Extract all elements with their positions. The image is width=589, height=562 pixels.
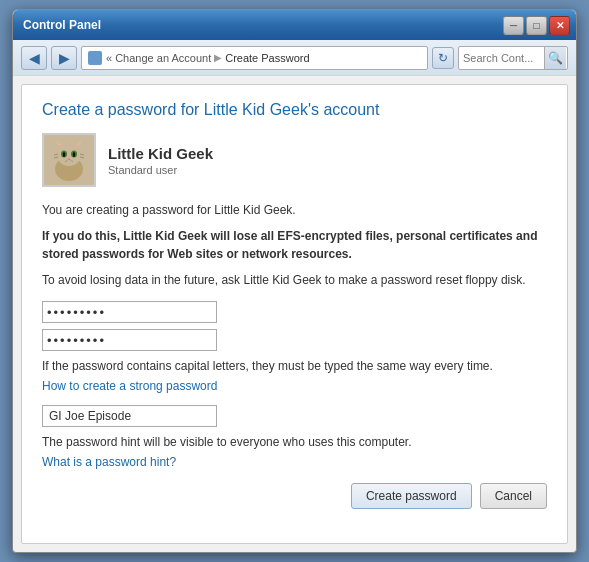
- user-name: Little Kid Geek: [108, 145, 213, 162]
- cancel-button[interactable]: Cancel: [480, 483, 547, 509]
- how-to-link[interactable]: How to create a strong password: [42, 379, 547, 393]
- warning-text: If you do this, Little Kid Geek will los…: [42, 227, 547, 263]
- search-box: 🔍: [458, 46, 568, 70]
- breadcrumb-icon: [88, 51, 102, 65]
- user-role: Standard user: [108, 164, 213, 176]
- user-info: Little Kid Geek Standard user: [42, 133, 547, 187]
- password-hint-input[interactable]: [42, 405, 217, 427]
- close-button[interactable]: ✕: [549, 16, 570, 35]
- svg-point-2: [57, 144, 81, 166]
- main-window: Control Panel ─ □ ✕ ◀ ▶ « Change an Acco…: [12, 9, 577, 553]
- svg-point-10: [73, 152, 75, 157]
- page-title: Create a password for Little Kid Geek's …: [42, 101, 547, 119]
- title-bar-controls: ─ □ ✕: [503, 16, 570, 35]
- breadcrumb-prefix: « Change an Account: [106, 52, 211, 64]
- info-text: You are creating a password for Little K…: [42, 201, 547, 219]
- window-title: Control Panel: [23, 18, 101, 32]
- breadcrumb-current: Create Password: [225, 52, 309, 64]
- advice-text: To avoid losing data in the future, ask …: [42, 271, 547, 289]
- breadcrumb-bar[interactable]: « Change an Account ▶ Create Password: [81, 46, 428, 70]
- breadcrumb-separator: ▶: [214, 52, 222, 63]
- what-is-hint-link[interactable]: What is a password hint?: [42, 455, 547, 469]
- buttons-row: Create password Cancel: [42, 483, 547, 509]
- user-details: Little Kid Geek Standard user: [108, 145, 213, 176]
- search-input[interactable]: [459, 52, 544, 64]
- new-password-input[interactable]: [42, 301, 217, 323]
- back-button[interactable]: ◀: [21, 46, 47, 70]
- confirm-password-input[interactable]: [42, 329, 217, 351]
- password-caption: If the password contains capital letters…: [42, 357, 547, 375]
- avatar: [42, 133, 96, 187]
- forward-button[interactable]: ▶: [51, 46, 77, 70]
- minimize-button[interactable]: ─: [503, 16, 524, 35]
- svg-point-9: [63, 152, 65, 157]
- hint-caption: The password hint will be visible to eve…: [42, 433, 547, 451]
- search-button[interactable]: 🔍: [544, 47, 566, 69]
- maximize-button[interactable]: □: [526, 16, 547, 35]
- content-area: Create a password for Little Kid Geek's …: [21, 84, 568, 544]
- create-password-button[interactable]: Create password: [351, 483, 472, 509]
- refresh-button[interactable]: ↻: [432, 47, 454, 69]
- avatar-image: [44, 135, 94, 185]
- toolbar: ◀ ▶ « Change an Account ▶ Create Passwor…: [13, 40, 576, 76]
- title-bar: Control Panel ─ □ ✕: [13, 10, 576, 40]
